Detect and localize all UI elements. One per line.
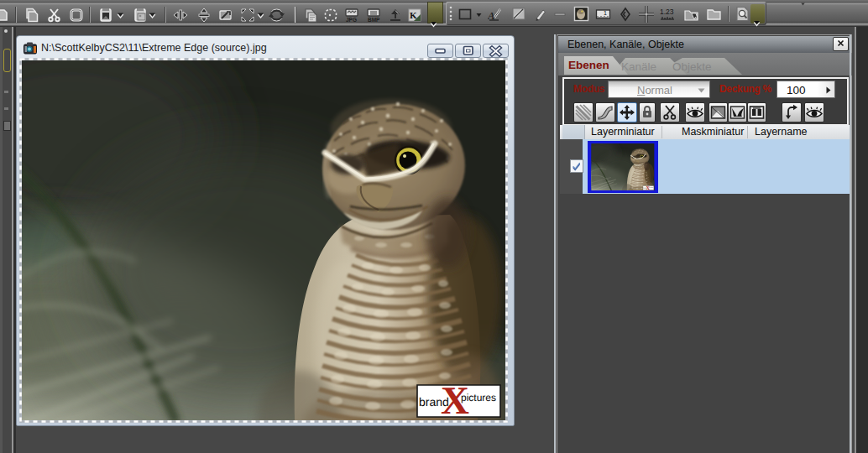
svg-text:1.23: 1.23 xyxy=(660,8,674,16)
svg-text:K: K xyxy=(410,10,417,20)
svg-text:BMP: BMP xyxy=(368,17,380,23)
svg-text:1: 1 xyxy=(604,10,607,16)
svg-text:JPG: JPG xyxy=(346,17,357,23)
